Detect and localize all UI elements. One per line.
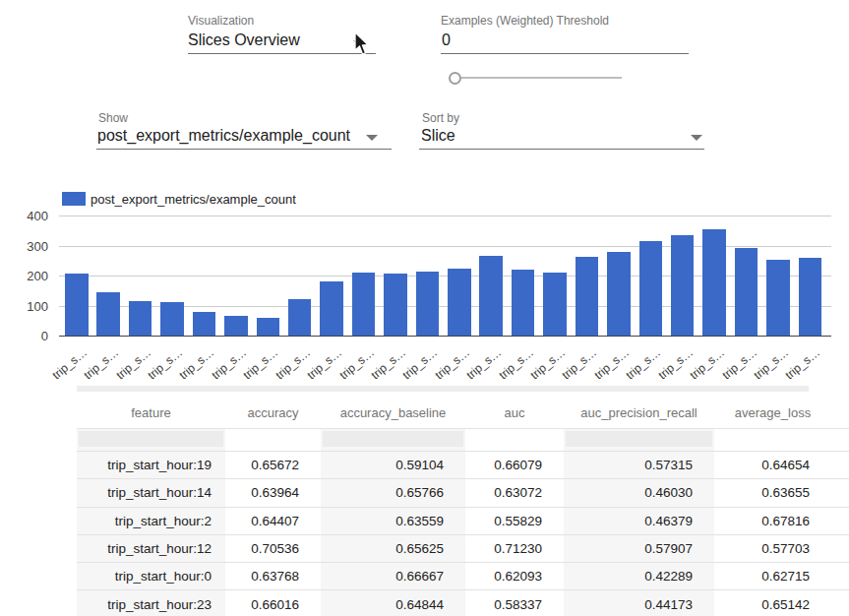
y-axis-tick-label: 0 [19, 329, 48, 343]
chevron-down-icon [691, 135, 702, 141]
feature-cell: trip_start_hour:0 [77, 563, 225, 589]
chart-bar[interactable] [576, 257, 599, 336]
chart-bar[interactable] [384, 274, 407, 336]
chart-bar[interactable] [288, 299, 312, 336]
sortby-underline [419, 149, 704, 150]
column-header-feature[interactable]: feature [77, 392, 225, 428]
chart-bar[interactable] [607, 252, 631, 336]
legend-label: post_export_metrics/example_count [91, 192, 296, 207]
metric-cell: 0.57315 [564, 452, 714, 478]
metric-cell: 0.55829 [465, 508, 564, 534]
feature-cell: trip_start_hour:19 [77, 452, 225, 478]
y-axis-tick-label: 200 [19, 269, 48, 283]
metric-cell: 0.67816 [714, 508, 831, 534]
chart-bar[interactable] [702, 229, 726, 336]
column-header-average_loss[interactable]: average_loss [714, 392, 831, 428]
metrics-table: featureaccuracyaccuracy_baselineaucauc_p… [77, 392, 849, 616]
threshold-label: Examples (Weighted) Threshold [441, 14, 609, 28]
gridline [59, 336, 831, 337]
gridline [59, 216, 831, 216]
slicing-metrics-browser: Visualization Slices Overview Examples (… [0, 0, 849, 616]
threshold-value: 0 [442, 31, 451, 49]
column-filter-average_loss[interactable] [714, 429, 831, 451]
chevron-down-icon [366, 135, 378, 141]
threshold-underline [441, 53, 689, 54]
metric-cell: 0.70536 [225, 535, 321, 562]
chart-bar[interactable] [320, 281, 343, 336]
column-header-accuracy_baseline[interactable]: accuracy_baseline [321, 392, 465, 428]
chart-bar[interactable] [257, 318, 280, 336]
chart-bar[interactable] [96, 292, 120, 336]
y-axis-tick-label: 100 [19, 299, 48, 314]
visualization-value: Slices Overview [188, 31, 300, 49]
chart-bar[interactable] [671, 235, 695, 336]
chart-bar[interactable] [65, 274, 89, 336]
column-filter-feature[interactable] [77, 429, 225, 451]
metric-cell: 0.57703 [714, 535, 831, 562]
column-filter-auc[interactable] [465, 429, 564, 451]
metric-cell: 0.66016 [225, 590, 321, 616]
metric-cell: 0.64654 [714, 452, 831, 478]
table-row[interactable]: trip_start_hour:140.639640.657660.630720… [77, 478, 849, 506]
chart-bar[interactable] [735, 248, 758, 336]
chart-bar[interactable] [543, 273, 567, 336]
sortby-label: Sort by [422, 111, 459, 125]
feature-cell: trip_start_hour:23 [77, 590, 225, 616]
chart-bar[interactable] [799, 258, 822, 336]
chart-bar[interactable] [479, 256, 503, 336]
metric-cell: 0.64844 [321, 590, 465, 616]
metric-cell: 0.59104 [321, 452, 465, 478]
metric-cell: 0.63559 [321, 508, 465, 534]
chart-bar[interactable] [766, 260, 790, 336]
column-filter-accuracy_baseline[interactable] [321, 429, 465, 451]
legend-swatch [62, 192, 86, 206]
metric-cell: 0.63768 [225, 563, 321, 589]
metric-cell: 0.46030 [564, 479, 714, 506]
show-underline [96, 149, 392, 150]
table-row[interactable]: trip_start_hour:00.637680.666670.620930.… [77, 562, 849, 589]
feature-cell: trip_start_hour:14 [77, 479, 225, 506]
metric-cell: 0.58337 [465, 590, 564, 616]
mouse-cursor-icon [354, 31, 372, 57]
metric-cell: 0.46379 [564, 508, 714, 534]
chart-bar[interactable] [416, 272, 440, 336]
table-row[interactable]: trip_start_hour:190.656720.591040.660790… [77, 451, 849, 478]
metric-cell: 0.65625 [321, 535, 465, 562]
metric-cell: 0.63655 [714, 479, 831, 506]
table-row[interactable]: trip_start_hour:20.644070.635590.558290.… [77, 507, 849, 534]
metric-cell: 0.65766 [321, 479, 465, 506]
table-row[interactable]: trip_start_hour:120.705360.656250.712300… [77, 534, 849, 562]
y-axis-tick-label: 400 [19, 209, 48, 223]
y-axis-tick-label: 300 [19, 239, 48, 254]
table-row[interactable]: trip_start_hour:230.660160.648440.583370… [77, 589, 849, 616]
threshold-slider[interactable] [451, 77, 622, 79]
show-label: Show [98, 111, 128, 125]
feature-cell: trip_start_hour:12 [77, 535, 225, 562]
chart-bar[interactable] [129, 301, 152, 336]
chart-bar[interactable] [448, 269, 471, 336]
column-filter-auc_precision_recall[interactable] [564, 429, 714, 451]
chart-bar[interactable] [160, 302, 184, 336]
feature-cell: trip_start_hour:2 [77, 508, 225, 534]
metric-cell: 0.66667 [321, 563, 465, 589]
chart-bar[interactable] [639, 241, 663, 336]
metric-cell: 0.65672 [225, 452, 321, 478]
table-header-row: featureaccuracyaccuracy_baselineaucauc_p… [77, 392, 849, 429]
chart-bar[interactable] [352, 273, 376, 336]
column-header-auc_precision_recall[interactable]: auc_precision_recall [564, 392, 714, 428]
column-header-auc[interactable]: auc [465, 392, 564, 428]
chart-bar[interactable] [512, 270, 535, 336]
column-header-accuracy[interactable]: accuracy [225, 392, 321, 428]
column-filter-accuracy[interactable] [225, 429, 321, 451]
metric-cell: 0.63072 [465, 479, 564, 506]
chart-bar[interactable] [224, 316, 248, 336]
metric-cell: 0.57907 [564, 535, 714, 562]
visualization-label: Visualization [188, 14, 254, 28]
visualization-underline [188, 53, 376, 54]
show-value: post_export_metrics/example_count [97, 127, 350, 145]
threshold-slider-thumb[interactable] [449, 72, 461, 85]
metric-cell: 0.42289 [564, 563, 714, 589]
sortby-value: Slice [421, 127, 455, 145]
chart-bar[interactable] [193, 312, 216, 336]
metric-cell: 0.66079 [465, 452, 564, 478]
